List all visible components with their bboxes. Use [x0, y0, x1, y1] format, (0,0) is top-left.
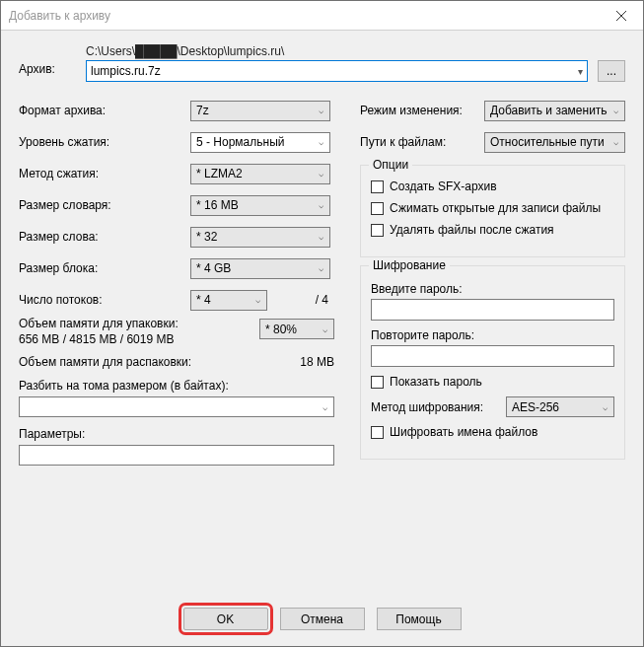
cancel-button[interactable]: Отмена [280, 608, 365, 630]
checkbox-icon [371, 224, 384, 237]
level-label: Уровень сжатия: [19, 135, 190, 149]
dict-combo[interactable]: * 16 MB ⌵ [190, 195, 330, 216]
params-label: Параметры: [19, 427, 334, 441]
left-column: Формат архива: 7z ⌵ Уровень сжатия: 5 - … [19, 96, 334, 475]
method-combo[interactable]: * LZMA2 ⌵ [190, 164, 330, 184]
encrypt-names-row[interactable]: Шифровать имена файлов [371, 425, 614, 439]
chevron-down-icon: ⌵ [319, 137, 323, 147]
mem-unpack-row: Объем памяти для распаковки: 18 MB [19, 355, 334, 369]
chevron-down-icon: ⌵ [255, 295, 260, 305]
mempack-detail: 656 MB / 4815 MB / 6019 MB [19, 332, 246, 348]
threads-max: / 4 [316, 293, 334, 307]
options-group: Опции Создать SFX-архив Сжимать открытые… [360, 165, 625, 257]
dialog-body: Архив: C:\Users\█████\Desktop\lumpics.ru… [1, 31, 643, 594]
right-column: Режим изменения: Добавить и заменить ⌵ П… [360, 96, 625, 460]
mempack-combo[interactable]: * 80% ⌵ [259, 319, 334, 339]
footer: OK Отмена Помощь [1, 594, 643, 646]
format-label: Формат архива: [19, 104, 190, 117]
split-label: Разбить на тома размером (в байтах): [19, 379, 334, 393]
checkbox-icon [371, 426, 384, 439]
chevron-down-icon: ⌵ [319, 106, 323, 115]
delete-after-row[interactable]: Удалять файлы после сжатия [371, 223, 614, 237]
split-block: Разбить на тома размером (в байтах): ⌵ [19, 379, 334, 417]
sfx-row[interactable]: Создать SFX-архив [371, 180, 614, 193]
chevron-down-icon: ⌵ [319, 263, 323, 273]
format-combo[interactable]: 7z ⌵ [190, 101, 330, 121]
chevron-down-icon: ⌵ [319, 200, 323, 210]
params-input[interactable] [19, 445, 334, 466]
params-block: Параметры: [19, 427, 334, 466]
chevron-down-icon: ⌵ [322, 324, 327, 334]
level-combo[interactable]: 5 - Нормальный ⌵ [190, 132, 330, 153]
pw2-label: Повторите пароль: [371, 328, 614, 342]
close-button[interactable] [599, 1, 643, 31]
update-label: Режим изменения: [360, 104, 484, 117]
password-input[interactable] [371, 299, 614, 321]
options-title: Опции [369, 158, 412, 172]
window-title: Добавить к архиву [9, 9, 599, 23]
chevron-down-icon: ⌵ [613, 106, 618, 115]
memunpack-label: Объем памяти для распаковки: [19, 355, 191, 369]
password-confirm-input[interactable] [371, 345, 614, 367]
block-combo[interactable]: * 4 GB ⌵ [190, 258, 330, 279]
archive-right: C:\Users\█████\Desktop\lumpics.ru\ lumpi… [86, 44, 588, 82]
chevron-down-icon: ⌵ [319, 169, 323, 179]
encryption-title: Шифрование [369, 258, 450, 272]
archive-row: Архив: C:\Users\█████\Desktop\lumpics.ru… [19, 44, 625, 82]
ok-button[interactable]: OK [183, 608, 268, 630]
checkbox-icon [371, 180, 384, 193]
chevron-down-icon: ⌵ [613, 137, 618, 147]
paths-combo[interactable]: Относительные пути ⌵ [484, 132, 625, 153]
threads-label: Число потоков: [19, 293, 190, 307]
columns: Формат архива: 7z ⌵ Уровень сжатия: 5 - … [19, 96, 625, 475]
pw1-label: Введите пароль: [371, 282, 614, 296]
browse-button[interactable]: ... [598, 60, 625, 82]
method-label: Метод сжатия: [19, 167, 190, 180]
chevron-down-icon: ⌵ [603, 402, 608, 412]
block-label: Размер блока: [19, 261, 190, 275]
enc-method-label: Метод шифрования: [371, 400, 500, 414]
archive-path: C:\Users\█████\Desktop\lumpics.ru\ [86, 44, 588, 58]
checkbox-icon [371, 376, 384, 389]
titlebar: Добавить к архиву [1, 1, 643, 31]
mem-pack-row: Объем памяти для упаковки: 656 MB / 4815… [19, 317, 334, 347]
help-button[interactable]: Помощь [377, 608, 462, 630]
mempack-label: Объем памяти для упаковки: [19, 317, 246, 332]
close-icon [616, 11, 626, 21]
split-combo[interactable]: ⌵ [19, 396, 334, 417]
chevron-down-icon: ⌵ [319, 232, 323, 242]
encryption-group: Шифрование Введите пароль: Повторите пар… [360, 265, 625, 460]
paths-label: Пути к файлам: [360, 135, 484, 149]
archive-filename-combo[interactable]: lumpics.ru.7z ▾ [86, 60, 588, 82]
word-label: Размер слова: [19, 230, 190, 244]
archive-label: Архив: [19, 44, 76, 76]
enc-method-combo[interactable]: AES-256 ⌵ [506, 396, 614, 417]
dialog-window: Добавить к архиву Архив: C:\Users\█████\… [0, 0, 644, 647]
dict-label: Размер словаря: [19, 198, 190, 212]
archive-filename: lumpics.ru.7z [91, 64, 161, 78]
word-combo[interactable]: * 32 ⌵ [190, 227, 330, 248]
chevron-down-icon: ▾ [578, 66, 583, 77]
checkbox-icon [371, 202, 384, 215]
threads-combo[interactable]: * 4 ⌵ [190, 290, 267, 311]
chevron-down-icon: ⌵ [322, 402, 327, 412]
memunpack-value: 18 MB [300, 355, 334, 369]
update-combo[interactable]: Добавить и заменить ⌵ [484, 101, 625, 121]
compress-open-row[interactable]: Сжимать открытые для записи файлы [371, 201, 614, 215]
show-password-row[interactable]: Показать пароль [371, 375, 614, 389]
